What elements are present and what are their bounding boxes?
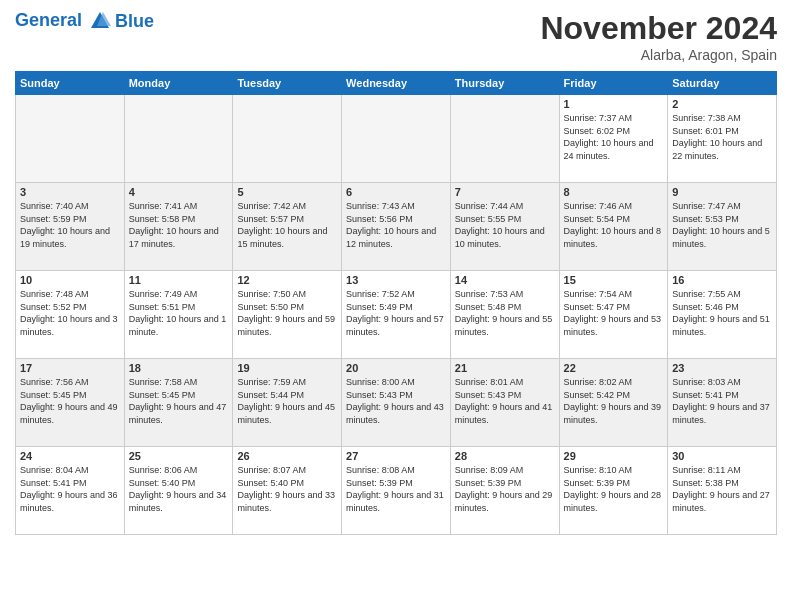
week-row-3: 10Sunrise: 7:48 AM Sunset: 5:52 PM Dayli… (16, 271, 777, 359)
calendar-cell: 22Sunrise: 8:02 AM Sunset: 5:42 PM Dayli… (559, 359, 668, 447)
calendar-cell: 28Sunrise: 8:09 AM Sunset: 5:39 PM Dayli… (450, 447, 559, 535)
day-info: Sunrise: 8:06 AM Sunset: 5:40 PM Dayligh… (129, 464, 229, 514)
day-info: Sunrise: 7:37 AM Sunset: 6:02 PM Dayligh… (564, 112, 664, 162)
header-friday: Friday (559, 72, 668, 95)
day-info: Sunrise: 8:01 AM Sunset: 5:43 PM Dayligh… (455, 376, 555, 426)
calendar-cell: 1Sunrise: 7:37 AM Sunset: 6:02 PM Daylig… (559, 95, 668, 183)
calendar-cell: 8Sunrise: 7:46 AM Sunset: 5:54 PM Daylig… (559, 183, 668, 271)
day-number: 18 (129, 362, 229, 374)
calendar-cell: 29Sunrise: 8:10 AM Sunset: 5:39 PM Dayli… (559, 447, 668, 535)
day-number: 23 (672, 362, 772, 374)
weekday-header-row: Sunday Monday Tuesday Wednesday Thursday… (16, 72, 777, 95)
day-number: 26 (237, 450, 337, 462)
day-number: 1 (564, 98, 664, 110)
header-tuesday: Tuesday (233, 72, 342, 95)
calendar-cell: 23Sunrise: 8:03 AM Sunset: 5:41 PM Dayli… (668, 359, 777, 447)
calendar-cell: 3Sunrise: 7:40 AM Sunset: 5:59 PM Daylig… (16, 183, 125, 271)
week-row-4: 17Sunrise: 7:56 AM Sunset: 5:45 PM Dayli… (16, 359, 777, 447)
calendar-cell: 16Sunrise: 7:55 AM Sunset: 5:46 PM Dayli… (668, 271, 777, 359)
calendar-cell: 7Sunrise: 7:44 AM Sunset: 5:55 PM Daylig… (450, 183, 559, 271)
calendar-cell: 30Sunrise: 8:11 AM Sunset: 5:38 PM Dayli… (668, 447, 777, 535)
calendar-cell: 10Sunrise: 7:48 AM Sunset: 5:52 PM Dayli… (16, 271, 125, 359)
calendar-cell: 15Sunrise: 7:54 AM Sunset: 5:47 PM Dayli… (559, 271, 668, 359)
day-number: 4 (129, 186, 229, 198)
logo-text-general: General (15, 10, 82, 30)
header-wednesday: Wednesday (342, 72, 451, 95)
logo: General Blue (15, 10, 154, 32)
day-info: Sunrise: 7:59 AM Sunset: 5:44 PM Dayligh… (237, 376, 337, 426)
calendar-cell (16, 95, 125, 183)
day-info: Sunrise: 7:44 AM Sunset: 5:55 PM Dayligh… (455, 200, 555, 250)
day-number: 16 (672, 274, 772, 286)
day-info: Sunrise: 7:47 AM Sunset: 5:53 PM Dayligh… (672, 200, 772, 250)
day-number: 21 (455, 362, 555, 374)
month-title: November 2024 (540, 10, 777, 47)
day-info: Sunrise: 7:41 AM Sunset: 5:58 PM Dayligh… (129, 200, 229, 250)
day-info: Sunrise: 7:56 AM Sunset: 5:45 PM Dayligh… (20, 376, 120, 426)
day-number: 7 (455, 186, 555, 198)
calendar-cell: 4Sunrise: 7:41 AM Sunset: 5:58 PM Daylig… (124, 183, 233, 271)
day-info: Sunrise: 7:53 AM Sunset: 5:48 PM Dayligh… (455, 288, 555, 338)
location: Alarba, Aragon, Spain (540, 47, 777, 63)
calendar-cell: 21Sunrise: 8:01 AM Sunset: 5:43 PM Dayli… (450, 359, 559, 447)
header-thursday: Thursday (450, 72, 559, 95)
day-number: 5 (237, 186, 337, 198)
day-info: Sunrise: 8:10 AM Sunset: 5:39 PM Dayligh… (564, 464, 664, 514)
day-info: Sunrise: 7:50 AM Sunset: 5:50 PM Dayligh… (237, 288, 337, 338)
day-number: 19 (237, 362, 337, 374)
calendar-cell (124, 95, 233, 183)
day-number: 9 (672, 186, 772, 198)
day-number: 11 (129, 274, 229, 286)
day-info: Sunrise: 8:08 AM Sunset: 5:39 PM Dayligh… (346, 464, 446, 514)
day-info: Sunrise: 8:00 AM Sunset: 5:43 PM Dayligh… (346, 376, 446, 426)
day-number: 12 (237, 274, 337, 286)
day-info: Sunrise: 7:42 AM Sunset: 5:57 PM Dayligh… (237, 200, 337, 250)
day-number: 25 (129, 450, 229, 462)
logo-text-blue: Blue (115, 11, 154, 32)
calendar-cell: 20Sunrise: 8:00 AM Sunset: 5:43 PM Dayli… (342, 359, 451, 447)
day-number: 2 (672, 98, 772, 110)
main-container: General Blue November 2024 Alarba, Arago… (0, 0, 792, 545)
calendar-cell: 14Sunrise: 7:53 AM Sunset: 5:48 PM Dayli… (450, 271, 559, 359)
day-info: Sunrise: 8:04 AM Sunset: 5:41 PM Dayligh… (20, 464, 120, 514)
calendar-table: Sunday Monday Tuesday Wednesday Thursday… (15, 71, 777, 535)
day-number: 30 (672, 450, 772, 462)
day-info: Sunrise: 7:43 AM Sunset: 5:56 PM Dayligh… (346, 200, 446, 250)
calendar-cell: 2Sunrise: 7:38 AM Sunset: 6:01 PM Daylig… (668, 95, 777, 183)
header: General Blue November 2024 Alarba, Arago… (15, 10, 777, 63)
calendar-cell: 25Sunrise: 8:06 AM Sunset: 5:40 PM Dayli… (124, 447, 233, 535)
calendar-cell: 27Sunrise: 8:08 AM Sunset: 5:39 PM Dayli… (342, 447, 451, 535)
day-number: 29 (564, 450, 664, 462)
day-info: Sunrise: 7:52 AM Sunset: 5:49 PM Dayligh… (346, 288, 446, 338)
day-info: Sunrise: 7:40 AM Sunset: 5:59 PM Dayligh… (20, 200, 120, 250)
calendar-cell: 9Sunrise: 7:47 AM Sunset: 5:53 PM Daylig… (668, 183, 777, 271)
calendar-cell: 26Sunrise: 8:07 AM Sunset: 5:40 PM Dayli… (233, 447, 342, 535)
day-info: Sunrise: 7:38 AM Sunset: 6:01 PM Dayligh… (672, 112, 772, 162)
calendar-cell: 11Sunrise: 7:49 AM Sunset: 5:51 PM Dayli… (124, 271, 233, 359)
day-number: 13 (346, 274, 446, 286)
day-number: 6 (346, 186, 446, 198)
week-row-1: 1Sunrise: 7:37 AM Sunset: 6:02 PM Daylig… (16, 95, 777, 183)
calendar-cell: 6Sunrise: 7:43 AM Sunset: 5:56 PM Daylig… (342, 183, 451, 271)
calendar-cell: 12Sunrise: 7:50 AM Sunset: 5:50 PM Dayli… (233, 271, 342, 359)
day-number: 20 (346, 362, 446, 374)
day-info: Sunrise: 8:03 AM Sunset: 5:41 PM Dayligh… (672, 376, 772, 426)
day-info: Sunrise: 7:48 AM Sunset: 5:52 PM Dayligh… (20, 288, 120, 338)
calendar-cell: 24Sunrise: 8:04 AM Sunset: 5:41 PM Dayli… (16, 447, 125, 535)
calendar-cell: 5Sunrise: 7:42 AM Sunset: 5:57 PM Daylig… (233, 183, 342, 271)
day-info: Sunrise: 7:49 AM Sunset: 5:51 PM Dayligh… (129, 288, 229, 338)
day-number: 22 (564, 362, 664, 374)
day-number: 3 (20, 186, 120, 198)
calendar-cell (450, 95, 559, 183)
calendar-cell: 13Sunrise: 7:52 AM Sunset: 5:49 PM Dayli… (342, 271, 451, 359)
day-info: Sunrise: 7:55 AM Sunset: 5:46 PM Dayligh… (672, 288, 772, 338)
calendar-cell: 18Sunrise: 7:58 AM Sunset: 5:45 PM Dayli… (124, 359, 233, 447)
day-info: Sunrise: 8:02 AM Sunset: 5:42 PM Dayligh… (564, 376, 664, 426)
day-info: Sunrise: 7:58 AM Sunset: 5:45 PM Dayligh… (129, 376, 229, 426)
day-number: 28 (455, 450, 555, 462)
day-number: 17 (20, 362, 120, 374)
day-number: 10 (20, 274, 120, 286)
calendar-cell (233, 95, 342, 183)
day-number: 15 (564, 274, 664, 286)
day-number: 8 (564, 186, 664, 198)
